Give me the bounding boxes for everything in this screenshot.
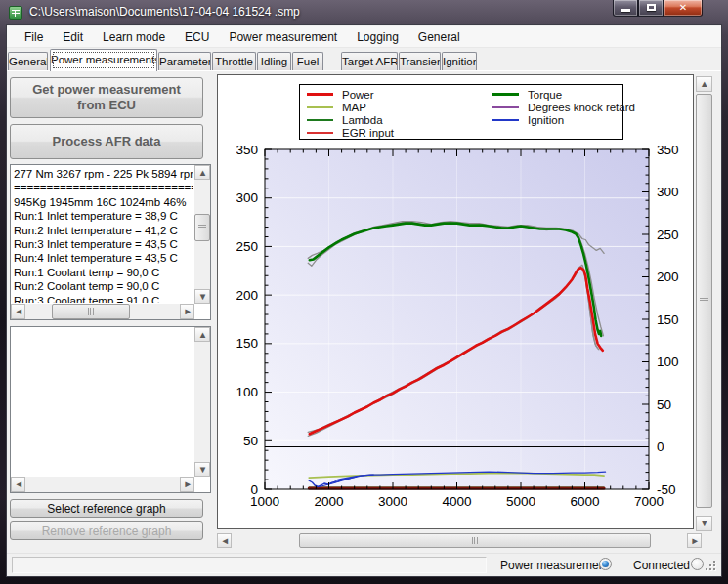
chart-hscroll-thumb[interactable] <box>299 533 651 548</box>
tab-throttle[interactable]: Throttle <box>212 52 256 70</box>
log-line: Run:1 Inlet temperature = 38,9 C <box>14 209 193 223</box>
tab-fuel[interactable]: Fuel <box>292 52 323 70</box>
tab-idling[interactable]: Idling <box>257 52 291 70</box>
svg-text:2000: 2000 <box>314 494 343 509</box>
scroll-up-arrow-icon[interactable]: ▲ <box>194 327 210 342</box>
svg-text:100: 100 <box>236 385 258 399</box>
menu-item-ecu[interactable]: ECU <box>175 27 219 47</box>
power-measurement-status-label: Power measurement <box>500 559 609 572</box>
tab-target-afr[interactable]: Target AFR <box>341 52 398 70</box>
close-button[interactable]: ✕ <box>664 0 703 17</box>
scroll-down-arrow-icon[interactable]: ▼ <box>194 462 210 477</box>
svg-text:-50: -50 <box>657 482 676 497</box>
svg-text:0: 0 <box>250 482 258 497</box>
scroll-down-arrow-icon[interactable]: ▼ <box>194 289 210 304</box>
maximize-button[interactable] <box>638 0 664 17</box>
log-hscroll-thumb[interactable] <box>52 304 130 319</box>
power-measurement-radio[interactable] <box>599 558 612 570</box>
reference-log-box[interactable]: ▲ ▼ ◄ ► <box>10 326 211 493</box>
svg-text:150: 150 <box>236 336 258 351</box>
tab-transient[interactable]: Transient <box>399 52 441 70</box>
log-horizontal-scrollbar[interactable]: ◄ ► <box>11 304 194 319</box>
chart-horizontal-scrollbar[interactable]: ◄ ► <box>217 533 702 548</box>
get-power-measurement-label: Get power measurement from ECU <box>11 82 202 113</box>
reference-vertical-scrollbar[interactable]: ▲ ▼ <box>194 327 210 477</box>
legend-item-map: MAP <box>307 101 394 113</box>
svg-text:50: 50 <box>243 434 258 448</box>
svg-text:4000: 4000 <box>442 494 471 509</box>
log-line: Run:3 Coolant temp = 91,0 C <box>14 294 193 303</box>
svg-text:200: 200 <box>236 288 258 303</box>
svg-text:300: 300 <box>657 185 679 199</box>
log-line: Run:2 Inlet temperature = 41,2 C <box>14 224 193 237</box>
legend-label: Torque <box>528 89 562 101</box>
svg-text:3000: 3000 <box>378 494 407 509</box>
status-panel <box>12 557 487 573</box>
chart-vscroll-thumb[interactable] <box>696 94 712 508</box>
tab-general[interactable]: General <box>8 52 48 70</box>
chart-legend: PowerMAPLambdaEGR input TorqueDegrees kn… <box>299 84 623 140</box>
svg-text:200: 200 <box>657 270 679 284</box>
scroll-right-arrow-icon[interactable]: ► <box>180 477 194 492</box>
legend-label: Lambda <box>342 114 383 126</box>
application-window: C:\Users\maison\Documents\17-04-04 16152… <box>0 0 728 584</box>
measurement-log-box[interactable]: 277 Nm 3267 rpm - 225 Pk 5894 rpm=======… <box>10 164 211 320</box>
reference-horizontal-scrollbar[interactable]: ◄ ► <box>11 477 194 492</box>
menu-item-power-measurement[interactable]: Power measurement <box>219 27 347 47</box>
scroll-left-arrow-icon[interactable]: ◄ <box>11 304 25 319</box>
connected-radio[interactable] <box>691 558 704 570</box>
power-torque-chart: 1000200030004000500060007000050100150200… <box>218 75 695 534</box>
minimize-button[interactable] <box>613 0 638 17</box>
legend-item-degrees-knock-retard: Degrees knock retard <box>492 101 635 113</box>
resize-grip[interactable] <box>705 560 717 572</box>
scroll-down-arrow-icon[interactable]: ▼ <box>696 516 712 531</box>
remove-reference-graph-label: Remove reference graph <box>42 524 172 538</box>
menu-item-learn-mode[interactable]: Learn mode <box>93 27 175 47</box>
tab-power-measurements[interactable]: Power measurements <box>50 49 157 71</box>
legend-item-lambda: Lambda <box>307 113 394 126</box>
svg-text:250: 250 <box>236 239 258 254</box>
log-vscroll-thumb[interactable] <box>194 214 210 241</box>
measurement-log-text: 277 Nm 3267 rpm - 225 Pk 5894 rpm=======… <box>14 167 193 303</box>
process-afr-data-button[interactable]: Process AFR data <box>10 124 203 159</box>
legend-line-swatch <box>492 93 519 96</box>
legend-item-power: Power <box>307 88 394 101</box>
scroll-left-arrow-icon[interactable]: ◄ <box>11 477 25 492</box>
status-bar: Power measurement Connected <box>7 553 721 576</box>
remove-reference-graph-button[interactable]: Remove reference graph <box>10 521 203 540</box>
scroll-left-arrow-icon[interactable]: ◄ <box>217 533 232 548</box>
menu-item-edit[interactable]: Edit <box>53 27 93 47</box>
log-line: 945Kg 1945mm 16C 1024mb 46% <box>14 195 193 209</box>
log-line: ================================= <box>14 181 193 194</box>
connected-status-label: Connected <box>633 559 690 572</box>
title-bar[interactable]: C:\Users\maison\Documents\17-04-04 16152… <box>0 0 728 25</box>
scroll-right-arrow-icon[interactable]: ► <box>180 304 194 319</box>
chart-vertical-scrollbar[interactable]: ▲ ▼ <box>696 76 712 531</box>
log-vertical-scrollbar[interactable]: ▲ ▼ <box>194 165 210 304</box>
select-reference-graph-button[interactable]: Select reference graph <box>10 499 203 518</box>
scroll-right-arrow-icon[interactable]: ► <box>687 533 702 548</box>
legend-line-swatch <box>492 106 519 108</box>
window-title: C:\Users\maison\Documents\17-04-04 16152… <box>29 5 300 19</box>
svg-text:300: 300 <box>236 190 258 205</box>
menu-item-logging[interactable]: Logging <box>347 27 408 47</box>
client-area: FileEditLearn modeECUPower measurementLo… <box>7 25 721 576</box>
scroll-up-arrow-icon[interactable]: ▲ <box>194 165 210 180</box>
svg-text:6000: 6000 <box>570 494 599 509</box>
tab-ignition[interactable]: Ignition <box>442 52 477 70</box>
svg-text:350: 350 <box>236 143 258 157</box>
menu-item-file[interactable]: File <box>15 27 53 47</box>
legend-label: MAP <box>342 102 366 113</box>
select-reference-graph-label: Select reference graph <box>47 502 165 516</box>
svg-text:250: 250 <box>657 228 679 242</box>
legend-line-swatch <box>307 106 333 108</box>
menu-bar: FileEditLearn modeECUPower measurementLo… <box>7 26 721 48</box>
scroll-up-arrow-icon[interactable]: ▲ <box>696 76 712 92</box>
menu-item-general[interactable]: General <box>408 27 470 47</box>
get-power-measurement-button[interactable]: Get power measurement from ECU <box>10 77 203 118</box>
process-afr-data-label: Process AFR data <box>53 134 161 149</box>
tab-parameters[interactable]: Parameters <box>158 52 211 70</box>
svg-text:350: 350 <box>657 143 679 157</box>
tab-strip: GeneralPower measurementsParametersThrot… <box>7 49 721 71</box>
legend-label: Degrees knock retard <box>528 102 635 113</box>
